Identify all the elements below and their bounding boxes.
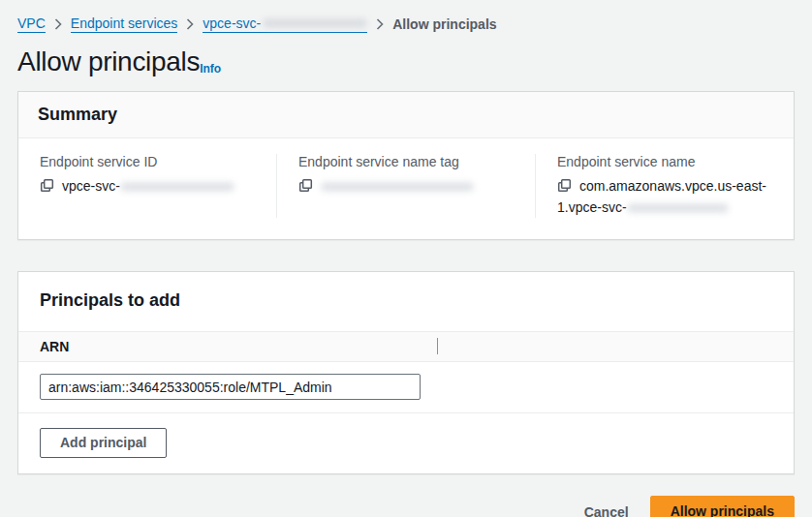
breadcrumb-current-page: Allow principals <box>392 16 496 32</box>
field-value: com.amazonaws.vpce.us-east-1.vpce-svc- <box>557 176 780 218</box>
principals-title: Principals to add <box>40 290 180 310</box>
chevron-right-icon <box>376 18 384 30</box>
copy-icon[interactable] <box>557 178 572 193</box>
add-principal-button[interactable]: Add principal <box>40 428 167 458</box>
arn-column-header: ARN <box>40 339 69 354</box>
breadcrumb-vpc[interactable]: VPC <box>17 15 46 33</box>
field-label: Endpoint service name tag <box>298 154 521 169</box>
field-value-text: vpce-svc- <box>62 178 120 194</box>
info-link[interactable]: Info <box>200 62 221 76</box>
page-title-row: Allow principals Info <box>17 46 795 77</box>
arn-column-header-row: ARN <box>18 331 794 362</box>
redacted-text <box>263 18 367 28</box>
column-divider <box>437 338 438 354</box>
redacted-text <box>627 203 729 213</box>
form-actions: Cancel Allow principals <box>17 496 795 517</box>
summary-body: Endpoint service ID vpce-svc- Endpoint s… <box>18 138 794 239</box>
principals-card-footer: Add principal <box>18 413 794 473</box>
arn-input[interactable] <box>40 374 421 400</box>
page-title: Allow principals <box>17 46 200 77</box>
summary-card: Summary Endpoint service ID vpce-svc- En… <box>17 91 795 240</box>
field-label: Endpoint service name <box>557 154 780 169</box>
cancel-button[interactable]: Cancel <box>580 499 633 517</box>
breadcrumb: VPC Endpoint services vpce-svc- Allow pr… <box>17 15 795 33</box>
breadcrumb-endpoint-service-id-label: vpce-svc- <box>203 15 261 31</box>
redacted-text <box>321 182 474 192</box>
breadcrumb-endpoint-service-id[interactable]: vpce-svc- <box>203 15 367 33</box>
field-label: Endpoint service ID <box>40 154 263 169</box>
summary-field-endpoint-service-id: Endpoint service ID vpce-svc- <box>18 154 276 218</box>
allow-principals-button[interactable]: Allow principals <box>650 496 795 517</box>
summary-field-endpoint-service-name: Endpoint service name com.amazonaws.vpce… <box>535 154 794 218</box>
summary-title: Summary <box>38 105 117 124</box>
arn-input-row <box>18 362 794 413</box>
summary-field-endpoint-service-name-tag: Endpoint service name tag <box>276 154 535 218</box>
chevron-right-icon <box>186 18 194 30</box>
principals-card-header: Principals to add <box>18 272 794 331</box>
breadcrumb-endpoint-services[interactable]: Endpoint services <box>71 15 178 33</box>
copy-icon[interactable] <box>40 178 54 193</box>
redacted-text <box>120 182 234 192</box>
field-value <box>298 176 521 198</box>
summary-card-header: Summary <box>18 92 794 138</box>
allow-principals-page: VPC Endpoint services vpce-svc- Allow pr… <box>0 0 812 517</box>
field-value: vpce-svc- <box>40 176 263 198</box>
copy-icon[interactable] <box>298 178 313 193</box>
chevron-right-icon <box>54 18 62 30</box>
principals-to-add-card: Principals to add ARN Add principal <box>17 271 795 474</box>
